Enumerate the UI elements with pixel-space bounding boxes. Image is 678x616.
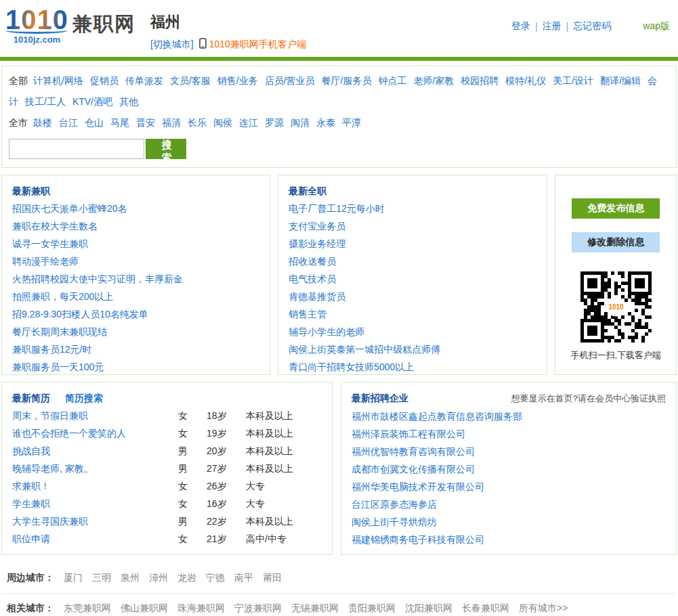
fulltime-job-link[interactable]: 电气技术员	[289, 273, 336, 284]
resume-title-link[interactable]: 晚辅导老师, 家教。	[12, 460, 178, 477]
related-city-link[interactable]: 无锡兼职网	[291, 602, 339, 613]
company-link[interactable]: 福州市鼓楼区鑫起点教育信息咨询服务部	[352, 411, 522, 422]
company-item: 福州泽辰装饰工程有限公司	[352, 425, 666, 443]
company-link[interactable]: 台江区原参态海参店	[352, 499, 437, 510]
related-city-link[interactable]: 所有城市>>	[519, 602, 568, 613]
parttime-job-link[interactable]: 餐厅长期周末兼职现结	[12, 326, 107, 337]
district-link[interactable]: 罗源	[265, 117, 284, 128]
switch-city-link[interactable]: [切换城市]	[150, 39, 194, 51]
related-city-link[interactable]: 佛山兼职网	[121, 602, 168, 613]
company-link[interactable]: 福州华美电脑技术开发有限公司	[352, 481, 484, 492]
related-city-link[interactable]: 长春兼职网	[462, 602, 509, 613]
category-link[interactable]: 翻译/编辑	[600, 75, 641, 86]
category-link[interactable]: 传单派发	[125, 75, 163, 86]
fulltime-job-link[interactable]: 招收送餐员	[289, 256, 336, 267]
related-city-link[interactable]: 贵阳兼职网	[348, 602, 396, 613]
fulltime-job-link[interactable]: 青口尚干招聘女技师5000以上	[289, 361, 414, 372]
category-link[interactable]: 老师/家教	[413, 75, 454, 86]
related-city-link[interactable]: 宁波兼职网	[234, 602, 282, 613]
parttime-job-link[interactable]: 招国庆七天派单小蜜蜂20名	[12, 203, 127, 214]
resume-age: 18岁	[207, 407, 246, 424]
category-link[interactable]: 销售/业务	[217, 75, 258, 86]
related-city-link[interactable]: 珠海兼职网	[177, 602, 225, 613]
category-link[interactable]: 店员/营业员	[265, 75, 315, 86]
site-logo[interactable]: 1010 1010jz.com 兼职网	[5, 7, 135, 45]
category-link[interactable]: 模特/礼仪	[505, 75, 546, 86]
resume-title-link[interactable]: 挑战自我	[12, 442, 178, 460]
category-link[interactable]: 钟点工	[378, 75, 406, 86]
related-city-link[interactable]: 沈阳兼职网	[405, 602, 452, 613]
register-link[interactable]: 注册	[543, 20, 562, 32]
parttime-job-link[interactable]: 兼职服务员12元/时	[12, 344, 91, 355]
resume-title-link[interactable]: 学生兼职	[12, 495, 178, 512]
district-link[interactable]: 福清	[162, 117, 181, 128]
fulltime-job-link[interactable]: 辅导小学生的老师	[289, 326, 364, 337]
mobile-client-link[interactable]: 1010兼职网手机客户端	[209, 39, 306, 51]
district-link[interactable]: 永泰	[316, 117, 335, 128]
district-link[interactable]: 闽清	[291, 117, 310, 128]
company-link[interactable]: 成都市创冀文化传播有限公司	[352, 464, 475, 475]
parttime-job-link[interactable]: 兼职服务员一天100元	[12, 361, 104, 372]
fulltime-job-link[interactable]: 支付宝业务员	[289, 221, 345, 232]
related-city-link[interactable]: 东莞兼职网	[64, 602, 111, 613]
fulltime-job-link[interactable]: 肯德基推货员	[289, 291, 345, 302]
edit-delete-info-button[interactable]: 修改删除信息	[572, 232, 660, 252]
parttime-job-link[interactable]: 兼职在校大学生数名	[12, 221, 98, 232]
company-link[interactable]: 福州优智特教育咨询有限公司	[352, 446, 475, 457]
company-link[interactable]: 福州泽辰装饰工程有限公司	[352, 428, 465, 439]
nearby-city-link[interactable]: 泉州	[121, 572, 140, 583]
fulltime-job-link[interactable]: 销售主管	[289, 309, 326, 320]
nearby-city-link[interactable]: 龙岩	[177, 572, 196, 583]
category-link[interactable]: 技工/工人	[25, 96, 66, 107]
resume-title-link[interactable]: 大学生寻国庆兼职	[12, 512, 178, 530]
district-link[interactable]: 晋安	[136, 117, 155, 128]
resume-title-link[interactable]: 周末，节假日兼职	[12, 407, 178, 424]
resume-title-link[interactable]: 求兼职！	[12, 477, 178, 495]
fulltime-job-link[interactable]: 闽侯上街英泰第一城招中级糕点师傅	[289, 344, 440, 355]
district-link[interactable]: 闽侯	[213, 117, 232, 128]
resume-title-link[interactable]: 职位申请	[12, 530, 178, 548]
district-link[interactable]: 鼓楼	[33, 117, 52, 128]
resume-age: 19岁	[207, 424, 246, 442]
nearby-city-link[interactable]: 宁德	[206, 572, 225, 583]
category-link[interactable]: 文员/客服	[170, 75, 211, 86]
resume-row: 晚辅导老师, 家教。 男 27岁 本科及以上	[12, 460, 322, 477]
logo-domain: 1010jz.com	[14, 35, 60, 45]
company-link[interactable]: 闽侯上街千寻烘焙坊	[352, 516, 437, 527]
post-info-button[interactable]: 免费发布信息	[572, 198, 660, 219]
related-cities-row: 相关城市： 东莞兼职网佛山兼职网珠海兼职网宁波兼职网无锡兼职网贵阳兼职网沈阳兼职…	[1, 594, 677, 616]
forgot-password-link[interactable]: 忘记密码	[573, 20, 611, 32]
fulltime-job-link[interactable]: 电子厂普工12元每小时	[289, 203, 385, 214]
category-link[interactable]: 校园招聘	[461, 75, 499, 86]
parttime-job-link[interactable]: 招9.28-9.30扫楼人员10名纯发单	[12, 309, 148, 320]
parttime-job-link[interactable]: 诚寻一女学生兼职	[12, 238, 88, 249]
category-link[interactable]: 餐厅/服务员	[322, 75, 372, 86]
fulltime-job-link[interactable]: 摄影业务经理	[289, 238, 345, 249]
nearby-city-link[interactable]: 三明	[92, 572, 111, 583]
nearby-city-link[interactable]: 厦门	[64, 572, 83, 583]
login-link[interactable]: 登录	[511, 20, 530, 32]
parttime-job-link[interactable]: 火热招聘校园大使中实习证明，丰厚薪金	[12, 273, 183, 284]
resume-title-link[interactable]: 谁也不会拒绝一个爱笑的人	[12, 424, 178, 442]
category-link[interactable]: 促销员	[90, 75, 119, 86]
district-link[interactable]: 台江	[59, 117, 78, 128]
search-input[interactable]	[9, 139, 144, 159]
parttime-job-link[interactable]: 聘动漫手绘老师	[12, 256, 79, 267]
parttime-job-link[interactable]: 拍照兼职，每天200以上	[12, 291, 113, 302]
category-link[interactable]: 美工/设计	[553, 75, 593, 86]
district-link[interactable]: 长乐	[188, 117, 207, 128]
district-link[interactable]: 连江	[239, 117, 258, 128]
search-button[interactable]: 搜 索	[146, 139, 186, 159]
category-link[interactable]: KTV/酒吧	[72, 96, 112, 107]
resume-search-link[interactable]: 简历搜索	[65, 389, 103, 407]
category-link[interactable]: 其他	[119, 96, 138, 107]
nearby-city-link[interactable]: 南平	[234, 572, 253, 583]
wap-version-link[interactable]: wap版	[643, 20, 670, 32]
nearby-city-link[interactable]: 漳州	[149, 572, 168, 583]
district-link[interactable]: 马尾	[110, 117, 129, 128]
company-link[interactable]: 福建锦绣商务电子科技有限公司	[352, 534, 484, 545]
category-link[interactable]: 计算机/网络	[33, 75, 83, 86]
district-link[interactable]: 仓山	[85, 117, 104, 128]
district-link[interactable]: 平潭	[342, 117, 361, 128]
nearby-city-link[interactable]: 莆田	[263, 572, 282, 583]
